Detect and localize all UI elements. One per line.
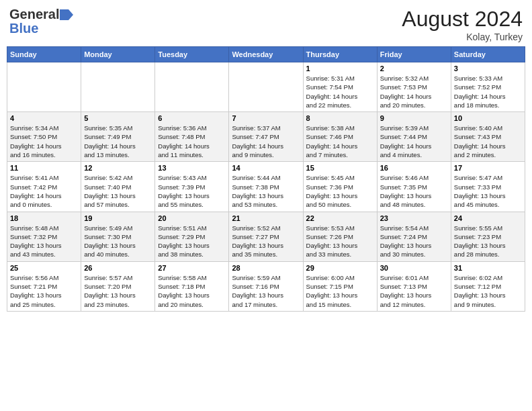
calendar-week-row: 18Sunrise: 5:48 AM Sunset: 7:32 PM Dayli… bbox=[7, 212, 525, 261]
day-info: Sunrise: 5:57 AM Sunset: 7:20 PM Dayligh… bbox=[84, 273, 152, 309]
day-header-monday: Monday bbox=[81, 47, 155, 62]
calendar-day-cell: 31Sunrise: 6:02 AM Sunset: 7:12 PM Dayli… bbox=[451, 261, 525, 311]
day-number: 26 bbox=[84, 264, 152, 272]
calendar-table: SundayMondayTuesdayWednesdayThursdayFrid… bbox=[7, 46, 525, 312]
calendar-day-cell: 1Sunrise: 5:31 AM Sunset: 7:54 PM Daylig… bbox=[303, 62, 377, 112]
calendar-day-cell bbox=[7, 62, 81, 112]
day-number: 30 bbox=[380, 264, 448, 272]
calendar-day-cell bbox=[81, 62, 155, 112]
day-number: 10 bbox=[454, 114, 522, 122]
day-info: Sunrise: 5:35 AM Sunset: 7:49 PM Dayligh… bbox=[84, 124, 152, 159]
day-number: 23 bbox=[380, 214, 448, 222]
calendar-day-cell: 2Sunrise: 5:32 AM Sunset: 7:53 PM Daylig… bbox=[377, 62, 451, 112]
day-info: Sunrise: 5:31 AM Sunset: 7:54 PM Dayligh… bbox=[306, 74, 374, 109]
calendar-week-row: 25Sunrise: 5:56 AM Sunset: 7:21 PM Dayli… bbox=[7, 261, 525, 311]
day-number: 6 bbox=[158, 114, 226, 122]
calendar-day-cell: 7Sunrise: 5:37 AM Sunset: 7:47 PM Daylig… bbox=[229, 112, 303, 162]
day-info: Sunrise: 5:41 AM Sunset: 7:42 PM Dayligh… bbox=[10, 173, 78, 209]
calendar-day-cell: 9Sunrise: 5:39 AM Sunset: 7:44 PM Daylig… bbox=[377, 112, 451, 162]
day-number: 11 bbox=[10, 164, 78, 172]
day-number: 19 bbox=[84, 214, 152, 222]
day-info: Sunrise: 6:02 AM Sunset: 7:12 PM Dayligh… bbox=[454, 273, 522, 309]
day-info: Sunrise: 5:54 AM Sunset: 7:24 PM Dayligh… bbox=[380, 224, 448, 259]
calendar-day-cell: 13Sunrise: 5:43 AM Sunset: 7:39 PM Dayli… bbox=[155, 162, 229, 212]
page-header: General Blue August 2024 Kolay, Turkey bbox=[7, 7, 525, 42]
calendar-day-cell bbox=[155, 62, 229, 112]
day-info: Sunrise: 5:46 AM Sunset: 7:35 PM Dayligh… bbox=[380, 173, 448, 209]
day-info: Sunrise: 5:53 AM Sunset: 7:26 PM Dayligh… bbox=[306, 224, 374, 259]
title-block: August 2024 Kolay, Turkey bbox=[402, 7, 523, 42]
day-number: 29 bbox=[306, 264, 374, 272]
day-number: 21 bbox=[232, 214, 300, 222]
day-info: Sunrise: 5:52 AM Sunset: 7:27 PM Dayligh… bbox=[232, 224, 300, 259]
month-year-title: August 2024 bbox=[402, 7, 523, 32]
logo: General Blue bbox=[9, 7, 73, 36]
day-info: Sunrise: 5:45 AM Sunset: 7:36 PM Dayligh… bbox=[306, 173, 374, 209]
calendar-day-cell: 10Sunrise: 5:40 AM Sunset: 7:43 PM Dayli… bbox=[451, 112, 525, 162]
day-number: 4 bbox=[10, 114, 78, 122]
day-number: 7 bbox=[232, 114, 300, 122]
logo-blue-text: Blue bbox=[9, 21, 38, 36]
day-number: 1 bbox=[306, 64, 374, 73]
calendar-week-row: 4Sunrise: 5:34 AM Sunset: 7:50 PM Daylig… bbox=[7, 112, 525, 162]
calendar-day-cell: 17Sunrise: 5:47 AM Sunset: 7:33 PM Dayli… bbox=[451, 162, 525, 212]
day-info: Sunrise: 5:43 AM Sunset: 7:39 PM Dayligh… bbox=[158, 173, 226, 209]
day-number: 28 bbox=[232, 264, 300, 272]
day-info: Sunrise: 5:38 AM Sunset: 7:46 PM Dayligh… bbox=[306, 124, 374, 159]
calendar-day-cell: 20Sunrise: 5:51 AM Sunset: 7:29 PM Dayli… bbox=[155, 212, 229, 261]
calendar-day-cell: 30Sunrise: 6:01 AM Sunset: 7:13 PM Dayli… bbox=[377, 261, 451, 311]
day-info: Sunrise: 5:49 AM Sunset: 7:30 PM Dayligh… bbox=[84, 224, 152, 259]
day-number: 13 bbox=[158, 164, 226, 172]
day-info: Sunrise: 5:55 AM Sunset: 7:23 PM Dayligh… bbox=[454, 224, 522, 259]
day-info: Sunrise: 5:47 AM Sunset: 7:33 PM Dayligh… bbox=[454, 173, 522, 209]
day-number: 22 bbox=[306, 214, 374, 222]
day-number: 8 bbox=[306, 114, 374, 122]
day-info: Sunrise: 5:42 AM Sunset: 7:40 PM Dayligh… bbox=[84, 173, 152, 209]
calendar-day-cell: 21Sunrise: 5:52 AM Sunset: 7:27 PM Dayli… bbox=[229, 212, 303, 261]
day-info: Sunrise: 5:56 AM Sunset: 7:21 PM Dayligh… bbox=[10, 273, 78, 309]
location-text: Kolay, Turkey bbox=[402, 32, 523, 42]
calendar-week-row: 1Sunrise: 5:31 AM Sunset: 7:54 PM Daylig… bbox=[7, 62, 525, 112]
day-number: 27 bbox=[158, 264, 226, 272]
day-number: 9 bbox=[380, 114, 448, 122]
day-header-wednesday: Wednesday bbox=[229, 47, 303, 62]
day-info: Sunrise: 5:36 AM Sunset: 7:48 PM Dayligh… bbox=[158, 124, 226, 159]
calendar-day-cell: 27Sunrise: 5:58 AM Sunset: 7:18 PM Dayli… bbox=[155, 261, 229, 311]
day-info: Sunrise: 5:39 AM Sunset: 7:44 PM Dayligh… bbox=[380, 124, 448, 159]
day-info: Sunrise: 5:40 AM Sunset: 7:43 PM Dayligh… bbox=[454, 124, 522, 159]
calendar-day-cell: 29Sunrise: 6:00 AM Sunset: 7:15 PM Dayli… bbox=[303, 261, 377, 311]
calendar-day-cell: 5Sunrise: 5:35 AM Sunset: 7:49 PM Daylig… bbox=[81, 112, 155, 162]
day-info: Sunrise: 5:59 AM Sunset: 7:16 PM Dayligh… bbox=[232, 273, 300, 309]
day-info: Sunrise: 5:37 AM Sunset: 7:47 PM Dayligh… bbox=[232, 124, 300, 159]
day-info: Sunrise: 5:44 AM Sunset: 7:38 PM Dayligh… bbox=[232, 173, 300, 209]
day-number: 20 bbox=[158, 214, 226, 222]
svg-marker-0 bbox=[60, 9, 73, 20]
calendar-day-cell: 4Sunrise: 5:34 AM Sunset: 7:50 PM Daylig… bbox=[7, 112, 81, 162]
day-header-saturday: Saturday bbox=[451, 47, 525, 62]
calendar-day-cell: 8Sunrise: 5:38 AM Sunset: 7:46 PM Daylig… bbox=[303, 112, 377, 162]
day-number: 16 bbox=[380, 164, 448, 172]
day-header-tuesday: Tuesday bbox=[155, 47, 229, 62]
calendar-day-cell: 25Sunrise: 5:56 AM Sunset: 7:21 PM Dayli… bbox=[7, 261, 81, 311]
calendar-day-cell: 22Sunrise: 5:53 AM Sunset: 7:26 PM Dayli… bbox=[303, 212, 377, 261]
logo-arrow-icon bbox=[60, 9, 73, 20]
calendar-day-cell: 26Sunrise: 5:57 AM Sunset: 7:20 PM Dayli… bbox=[81, 261, 155, 311]
calendar-day-cell: 16Sunrise: 5:46 AM Sunset: 7:35 PM Dayli… bbox=[377, 162, 451, 212]
calendar-day-cell: 24Sunrise: 5:55 AM Sunset: 7:23 PM Dayli… bbox=[451, 212, 525, 261]
day-header-sunday: Sunday bbox=[7, 47, 81, 62]
day-number: 14 bbox=[232, 164, 300, 172]
day-number: 15 bbox=[306, 164, 374, 172]
calendar-day-cell: 6Sunrise: 5:36 AM Sunset: 7:48 PM Daylig… bbox=[155, 112, 229, 162]
calendar-day-cell: 15Sunrise: 5:45 AM Sunset: 7:36 PM Dayli… bbox=[303, 162, 377, 212]
day-number: 31 bbox=[454, 264, 522, 272]
day-number: 5 bbox=[84, 114, 152, 122]
calendar-header-row: SundayMondayTuesdayWednesdayThursdayFrid… bbox=[7, 47, 525, 62]
day-header-friday: Friday bbox=[377, 47, 451, 62]
day-info: Sunrise: 6:01 AM Sunset: 7:13 PM Dayligh… bbox=[380, 273, 448, 309]
day-number: 24 bbox=[454, 214, 522, 222]
calendar-day-cell: 18Sunrise: 5:48 AM Sunset: 7:32 PM Dayli… bbox=[7, 212, 81, 261]
day-info: Sunrise: 6:00 AM Sunset: 7:15 PM Dayligh… bbox=[306, 273, 374, 309]
day-number: 25 bbox=[10, 264, 78, 272]
day-info: Sunrise: 5:34 AM Sunset: 7:50 PM Dayligh… bbox=[10, 124, 78, 159]
calendar-day-cell: 28Sunrise: 5:59 AM Sunset: 7:16 PM Dayli… bbox=[229, 261, 303, 311]
